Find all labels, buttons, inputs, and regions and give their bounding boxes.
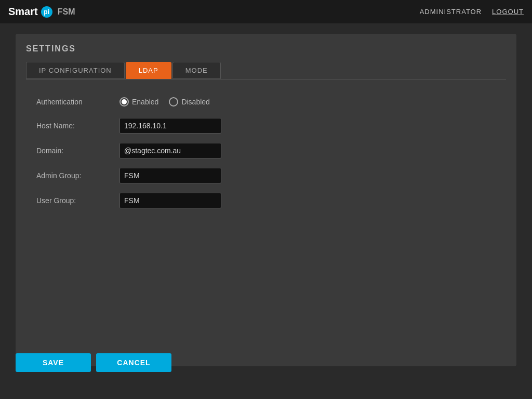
logout-link[interactable]: LOGOUT bbox=[492, 8, 524, 16]
radio-enabled-indicator[interactable] bbox=[119, 97, 129, 107]
logo-pi-badge: pi bbox=[41, 6, 52, 18]
authentication-row: Authentication Enabled Disabled bbox=[36, 97, 496, 107]
radio-enabled[interactable]: Enabled bbox=[119, 97, 158, 107]
cancel-button[interactable]: CANCEL bbox=[96, 353, 171, 372]
radio-disabled-indicator[interactable] bbox=[169, 97, 178, 107]
radio-enabled-label: Enabled bbox=[132, 98, 158, 106]
admin-group-input[interactable] bbox=[119, 168, 221, 183]
header: Smartpi FSM ADMINISTRATOR LOGOUT bbox=[0, 0, 532, 23]
admin-group-row: Admin Group: bbox=[36, 168, 496, 183]
main-container: SETTINGS IP CONFIGURATION LDAP MODE Auth… bbox=[0, 23, 532, 399]
header-right: ADMINISTRATOR LOGOUT bbox=[420, 8, 524, 16]
admin-group-label: Admin Group: bbox=[36, 171, 119, 180]
domain-row: Domain: bbox=[36, 143, 496, 158]
logo-fsm: FSM bbox=[58, 7, 75, 17]
settings-title: SETTINGS bbox=[26, 44, 506, 54]
admin-label: ADMINISTRATOR bbox=[420, 8, 482, 16]
radio-disabled[interactable]: Disabled bbox=[169, 97, 209, 107]
tab-mode[interactable]: MODE bbox=[172, 62, 221, 79]
settings-panel: SETTINGS IP CONFIGURATION LDAP MODE Auth… bbox=[16, 34, 516, 366]
user-group-label: User Group: bbox=[36, 196, 119, 205]
radio-group: Enabled Disabled bbox=[119, 97, 210, 107]
tabs: IP CONFIGURATION LDAP MODE bbox=[26, 62, 506, 79]
domain-label: Domain: bbox=[36, 147, 119, 155]
authentication-label: Authentication bbox=[36, 98, 119, 106]
tab-ip-configuration[interactable]: IP CONFIGURATION bbox=[26, 62, 125, 79]
hostname-input[interactable] bbox=[119, 118, 221, 134]
user-group-row: User Group: bbox=[36, 193, 496, 208]
logo-area: Smartpi FSM bbox=[8, 6, 75, 18]
domain-input[interactable] bbox=[119, 143, 221, 158]
tab-ldap[interactable]: LDAP bbox=[126, 62, 171, 79]
logo-smart: Smart bbox=[8, 6, 38, 18]
user-group-input[interactable] bbox=[119, 193, 221, 208]
radio-disabled-label: Disabled bbox=[181, 98, 209, 106]
hostname-row: Host Name: bbox=[36, 118, 496, 134]
footer-buttons: SAVE CANCEL bbox=[16, 353, 171, 372]
radio-enabled-dot bbox=[122, 99, 127, 104]
save-button[interactable]: SAVE bbox=[16, 353, 91, 372]
form-area: Authentication Enabled Disabled bbox=[26, 92, 506, 223]
hostname-label: Host Name: bbox=[36, 122, 119, 130]
